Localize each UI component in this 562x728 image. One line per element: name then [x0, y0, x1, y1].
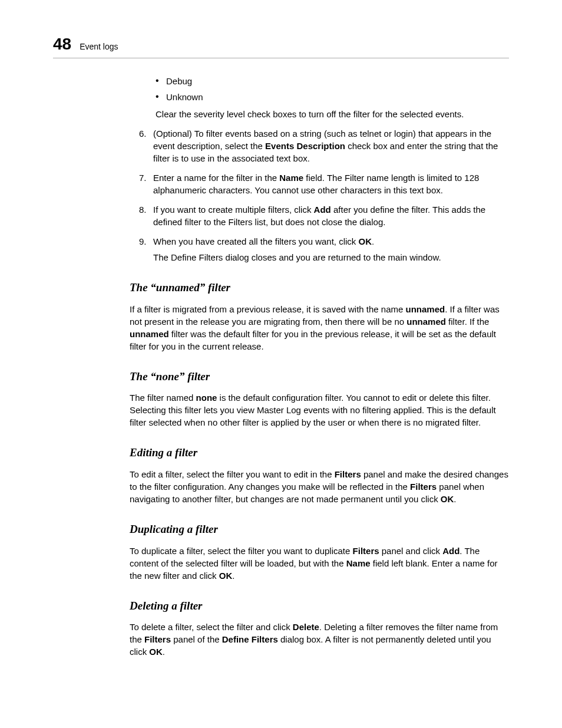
step-7: Enter a name for the filter in the Name …: [153, 172, 509, 196]
bold-term: unnamed: [130, 329, 169, 339]
bold-term: Filters: [353, 546, 379, 556]
bold-term: Add: [314, 205, 331, 215]
bold-term: unnamed: [406, 304, 445, 314]
bold-term: OK: [149, 647, 163, 657]
bold-term: Filters: [410, 482, 437, 492]
heading-unnamed-filter: The “unnamed” filter: [130, 280, 509, 296]
page-content: Debug Unknown Clear the severity level c…: [130, 75, 509, 658]
step-text: .: [372, 236, 374, 246]
bold-term: Filters: [144, 634, 171, 644]
bold-term: Name: [279, 173, 303, 183]
text: The filter named: [130, 393, 196, 403]
text: filter. If the: [446, 317, 489, 327]
step-text: If you want to create multiple filters, …: [153, 205, 314, 215]
bold-term: Define Filters: [222, 634, 278, 644]
step-followup-text: The Define Filters dialog closes and you…: [153, 251, 509, 263]
step-text: When you have created all the filters yo…: [153, 236, 359, 246]
text: panel of the: [171, 634, 222, 644]
page-header: 48 Event logs: [53, 32, 509, 58]
step-6: (Optional) To filter events based on a s…: [153, 127, 509, 164]
text: If a filter is migrated from a previous …: [130, 304, 406, 314]
bold-term: Delete: [293, 622, 319, 632]
bold-term: OK: [359, 236, 372, 246]
steps-list: (Optional) To filter events based on a s…: [130, 127, 509, 263]
bullet-followup-text: Clear the severity level check boxes to …: [156, 108, 509, 120]
heading-deleting-filter: Deleting a filter: [130, 598, 509, 614]
paragraph: To duplicate a filter, select the filter…: [130, 545, 509, 582]
heading-none-filter: The “none” filter: [130, 369, 509, 385]
bullet-item: Unknown: [156, 91, 509, 103]
text: To edit a filter, select the filter you …: [130, 469, 335, 479]
bold-term: none: [196, 393, 217, 403]
bold-term: Add: [442, 546, 459, 556]
bold-term: OK: [219, 571, 233, 581]
page-number: 48: [53, 32, 71, 55]
heading-duplicating-filter: Duplicating a filter: [130, 522, 509, 538]
paragraph: To delete a filter, select the filter an…: [130, 621, 509, 658]
text: .: [232, 571, 234, 581]
text: To duplicate a filter, select the filter…: [130, 546, 353, 556]
step-8: If you want to create multiple filters, …: [153, 203, 509, 228]
paragraph: To edit a filter, select the filter you …: [130, 468, 509, 505]
bullet-item: Debug: [156, 75, 509, 87]
text: .: [454, 494, 456, 504]
bold-term: Name: [346, 558, 371, 568]
bold-term: Events Description: [265, 141, 345, 151]
text: panel and click: [379, 546, 443, 556]
paragraph: The filter named none is the default con…: [130, 391, 509, 429]
heading-editing-filter: Editing a filter: [130, 445, 509, 461]
bullet-list: Debug Unknown: [130, 75, 509, 103]
header-title: Event logs: [80, 41, 118, 53]
text: To delete a filter, select the filter an…: [130, 622, 293, 632]
bold-term: Filters: [335, 469, 361, 479]
text: filter was the default filter for you in…: [130, 329, 496, 351]
bold-term: unnamed: [406, 317, 446, 327]
text: .: [163, 647, 165, 657]
step-text: Enter a name for the filter in the: [153, 173, 279, 183]
step-9: When you have created all the filters yo…: [153, 235, 509, 263]
page: 48 Event logs Debug Unknown Clear the se…: [0, 0, 562, 728]
paragraph: If a filter is migrated from a previous …: [130, 303, 509, 353]
bold-term: OK: [441, 494, 454, 504]
